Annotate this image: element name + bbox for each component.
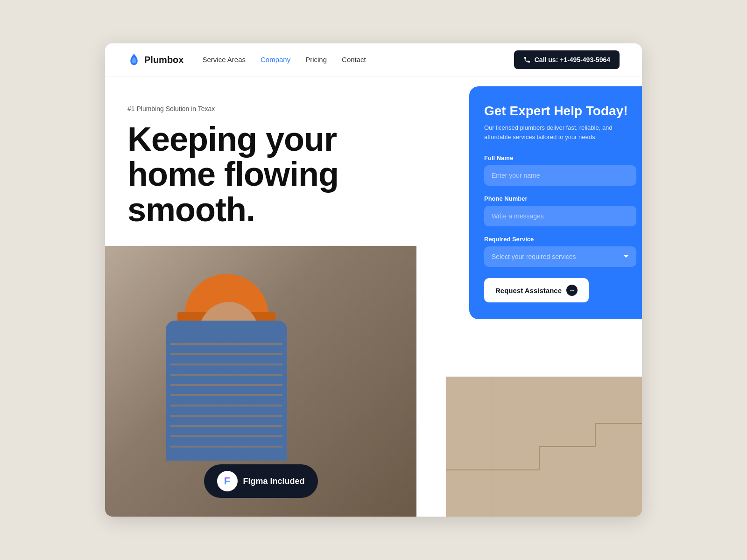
name-label: Full Name bbox=[484, 154, 636, 161]
hero-image: F Figma Included bbox=[105, 246, 416, 517]
figma-icon: F bbox=[217, 471, 237, 491]
hero-left: #1 Plumbing Solution in Texax Keeping yo… bbox=[105, 77, 416, 517]
hero-text-block: #1 Plumbing Solution in Texax Keeping yo… bbox=[105, 77, 416, 246]
shirt-stripes bbox=[170, 335, 282, 456]
figma-badge: F Figma Included bbox=[204, 464, 317, 498]
logo-text: Plumbox bbox=[144, 55, 183, 65]
logo[interactable]: Plumbox bbox=[127, 53, 183, 66]
name-input[interactable] bbox=[484, 165, 636, 186]
submit-label: Request Assistance bbox=[495, 287, 562, 294]
submit-button[interactable]: Request Assistance → bbox=[484, 278, 589, 302]
logo-icon bbox=[127, 53, 141, 66]
hero-title: Keeping your home flowing smooth. bbox=[127, 122, 394, 228]
nav-item-company[interactable]: Company bbox=[261, 56, 290, 64]
phone-icon bbox=[523, 56, 531, 63]
form-description: Our licensed plumbers deliver fast, reli… bbox=[484, 123, 636, 141]
plumber-body bbox=[166, 321, 287, 461]
figma-badge-label: Figma Included bbox=[243, 476, 304, 486]
phone-label: Phone Number bbox=[484, 195, 636, 202]
hero-subtitle: #1 Plumbing Solution in Texax bbox=[127, 105, 394, 112]
browser-window: Plumbox Service Areas Company Pricing Co… bbox=[105, 43, 642, 517]
service-label: Required Service bbox=[484, 236, 636, 243]
nav-left: Plumbox Service Areas Company Pricing Co… bbox=[127, 53, 366, 66]
arrow-icon: → bbox=[566, 285, 578, 296]
stair-illustration bbox=[446, 377, 642, 517]
nav-item-contact[interactable]: Contact bbox=[342, 56, 366, 64]
call-label: Call us: +1-495-493-5964 bbox=[535, 56, 610, 63]
hero-section: #1 Plumbing Solution in Texax Keeping yo… bbox=[105, 77, 642, 517]
form-title: Get Expert Help Today! bbox=[484, 103, 636, 119]
service-select[interactable]: Select your required services Pipe Repai… bbox=[484, 246, 636, 267]
nav-item-service-areas[interactable]: Service Areas bbox=[202, 56, 246, 64]
nav-item-pricing[interactable]: Pricing bbox=[305, 56, 327, 64]
hero-right-bg bbox=[446, 377, 642, 517]
call-button[interactable]: Call us: +1-495-493-5964 bbox=[514, 50, 620, 69]
form-panel: Get Expert Help Today! Our licensed plum… bbox=[469, 86, 642, 320]
navbar: Plumbox Service Areas Company Pricing Co… bbox=[105, 43, 642, 77]
phone-input[interactable] bbox=[484, 206, 636, 226]
nav-links: Service Areas Company Pricing Contact bbox=[202, 56, 366, 64]
